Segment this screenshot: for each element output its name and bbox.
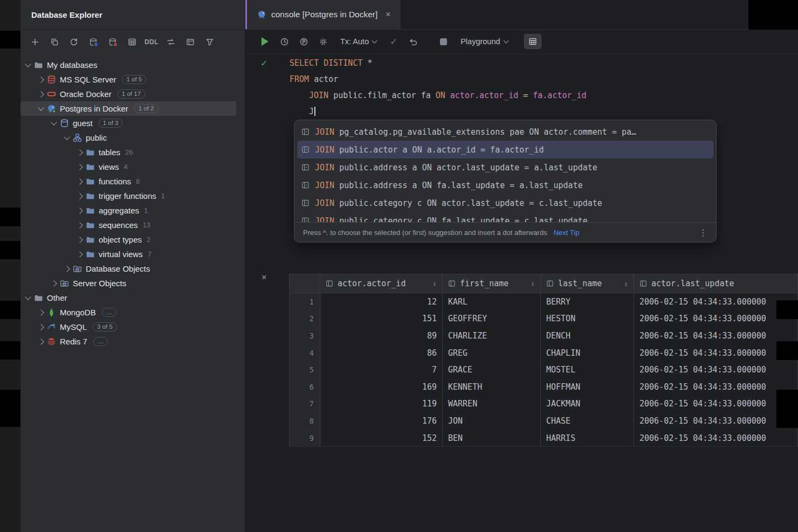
cell-first-name[interactable]: WARREN bbox=[443, 396, 541, 413]
sidebar-item-tables[interactable]: tables 26 bbox=[20, 145, 245, 160]
chevron-right-icon[interactable] bbox=[77, 237, 82, 243]
tx-mode-dropdown[interactable]: Tx: Auto bbox=[340, 37, 376, 46]
chevron-down-icon[interactable] bbox=[38, 105, 44, 110]
sql-editor[interactable]: ✓ SELECT DISTINCT* FROMactor JOINpublic.… bbox=[245, 54, 798, 532]
add-button[interactable] bbox=[27, 35, 43, 49]
chevron-down-icon[interactable] bbox=[51, 119, 57, 125]
row-number[interactable]: 8 bbox=[290, 412, 320, 430]
sidebar-item-views[interactable]: views 4 bbox=[20, 160, 245, 174]
row-number[interactable]: 7 bbox=[290, 396, 320, 413]
rollback-button[interactable] bbox=[404, 34, 422, 49]
chevron-right-icon[interactable] bbox=[77, 222, 82, 228]
completion-item[interactable]: JOIN public.category c ON actor.last_upd… bbox=[297, 194, 713, 212]
completion-item[interactable]: JOIN pg_catalog.pg_available_extensions … bbox=[297, 123, 713, 141]
chevron-right-icon[interactable] bbox=[38, 338, 44, 344]
cell-last-update[interactable]: 2006-02-15 04:34:33.000000 bbox=[634, 378, 798, 396]
cell-last-name[interactable]: MOSTEL bbox=[541, 361, 634, 378]
row-number[interactable]: 1 bbox=[290, 293, 320, 310]
ddl-button[interactable]: DDL bbox=[143, 35, 160, 49]
query-console-button[interactable] bbox=[105, 35, 121, 49]
chevron-right-icon[interactable] bbox=[38, 324, 44, 330]
sidebar-item-trigger-functions[interactable]: trigger functions 1 bbox=[20, 189, 245, 203]
cell-last-name[interactable]: HESTON bbox=[541, 310, 634, 328]
cell-actor-id[interactable]: 169 bbox=[320, 378, 443, 396]
cell-actor-id[interactable]: 152 bbox=[320, 430, 443, 447]
sort-icon[interactable]: ↕ bbox=[432, 280, 437, 288]
chevron-down-icon[interactable] bbox=[25, 294, 31, 300]
refresh-button[interactable] bbox=[66, 35, 82, 49]
sidebar-item-database-objects[interactable]: Database Objects bbox=[20, 261, 245, 276]
cell-actor-id[interactable]: 86 bbox=[320, 344, 443, 362]
cell-actor-id[interactable]: 151 bbox=[320, 310, 443, 328]
chevron-right-icon[interactable] bbox=[51, 280, 57, 286]
chevron-right-icon[interactable] bbox=[64, 266, 70, 272]
row-number[interactable]: 6 bbox=[290, 378, 320, 396]
cell-first-name[interactable]: JON bbox=[443, 412, 541, 430]
sidebar-item-guest[interactable]: guest 1 of 3 bbox=[20, 116, 245, 130]
completion-item[interactable]: JOIN public.address a ON actor.last_upda… bbox=[297, 158, 713, 176]
explain-plan-button[interactable] bbox=[295, 34, 312, 49]
table-view-button[interactable] bbox=[124, 35, 140, 49]
cell-last-name[interactable]: JACKMAN bbox=[541, 396, 634, 413]
sort-icon[interactable]: ↕ bbox=[531, 280, 535, 288]
sidebar-item-other[interactable]: Other bbox=[20, 291, 245, 305]
open-in-window-button[interactable] bbox=[182, 35, 198, 49]
row-number[interactable]: 3 bbox=[290, 327, 320, 344]
sidebar-item-object-types[interactable]: object types 2 bbox=[20, 232, 245, 247]
cell-actor-id[interactable]: 7 bbox=[320, 361, 443, 378]
cell-last-update[interactable]: 2006-02-15 04:34:33.000000 bbox=[634, 412, 798, 430]
sidebar-item-postgres-in-docker[interactable]: Postgres in Docker 1 of 2 bbox=[20, 101, 236, 116]
cell-first-name[interactable]: KENNETH bbox=[443, 378, 541, 396]
cell-last-name[interactable]: HARRIS bbox=[541, 430, 634, 447]
completion-item[interactable]: JOIN public.address a ON fa.last_update … bbox=[297, 176, 713, 194]
sort-icon[interactable]: ↕ bbox=[624, 280, 628, 288]
settings-button[interactable] bbox=[314, 34, 332, 49]
kebab-menu-icon[interactable]: ⋮ bbox=[699, 227, 707, 238]
completion-item[interactable]: JOIN public.category c ON fa.last_update… bbox=[297, 212, 713, 222]
history-button[interactable] bbox=[276, 34, 293, 49]
tab-console-postgres[interactable]: console [Postgres in Docker] × bbox=[245, 0, 401, 29]
close-icon[interactable]: × bbox=[386, 10, 390, 19]
sidebar-item-server-objects[interactable]: Server Objects bbox=[20, 276, 245, 291]
close-results-icon[interactable]: ✕ bbox=[262, 272, 267, 282]
cell-last-update[interactable]: 2006-02-15 04:34:33.000000 bbox=[634, 310, 798, 328]
column-header-last-update[interactable]: actor.last_update bbox=[634, 274, 798, 293]
sidebar-item-redis-7[interactable]: Redis 7 … bbox=[20, 334, 245, 349]
cell-first-name[interactable]: CHARLIZE bbox=[443, 327, 541, 344]
sidebar-item-public[interactable]: public bbox=[20, 130, 245, 145]
cell-last-update[interactable]: 2006-02-15 04:34:33.000000 bbox=[634, 293, 798, 310]
stop-button[interactable] bbox=[435, 34, 452, 49]
playground-dropdown[interactable]: Playground bbox=[460, 37, 507, 46]
row-number[interactable]: 9 bbox=[290, 430, 320, 447]
sidebar-item-my-databases[interactable]: My databases bbox=[20, 58, 245, 72]
cell-last-update[interactable]: 2006-02-15 04:34:33.000000 bbox=[634, 344, 798, 362]
chevron-right-icon[interactable] bbox=[38, 77, 44, 82]
commit-button[interactable]: ✓ bbox=[385, 34, 402, 49]
chevron-right-icon[interactable] bbox=[77, 208, 82, 213]
cell-last-update[interactable]: 2006-02-15 04:34:33.000000 bbox=[634, 327, 798, 344]
chevron-right-icon[interactable] bbox=[77, 178, 82, 184]
sidebar-item-ms-sql-server[interactable]: MS SQL Server 1 of 5 bbox=[20, 72, 245, 87]
cell-first-name[interactable]: BEN bbox=[443, 430, 541, 447]
cell-actor-id[interactable]: 176 bbox=[320, 412, 443, 430]
sidebar-item-functions[interactable]: functions 8 bbox=[20, 174, 245, 189]
chevron-right-icon[interactable] bbox=[77, 164, 82, 170]
cell-actor-id[interactable]: 89 bbox=[320, 327, 443, 344]
row-number[interactable]: 5 bbox=[290, 361, 320, 378]
filter-button[interactable] bbox=[202, 35, 218, 49]
data-source-properties-button[interactable] bbox=[85, 35, 101, 49]
sidebar-item-aggregates[interactable]: aggregates 1 bbox=[20, 203, 245, 218]
cell-last-update[interactable]: 2006-02-15 04:34:33.000000 bbox=[634, 361, 798, 378]
cell-last-update[interactable]: 2006-02-15 04:34:33.000000 bbox=[634, 396, 798, 413]
cell-last-name[interactable]: HOFFMAN bbox=[541, 378, 634, 396]
run-button[interactable] bbox=[256, 34, 273, 49]
sidebar-item-virtual-views[interactable]: virtual views 7 bbox=[20, 247, 245, 261]
compare-button[interactable] bbox=[163, 35, 179, 49]
chevron-right-icon[interactable] bbox=[77, 193, 82, 199]
completion-item-selected[interactable]: JOIN public.actor a ON a.actor_id = fa.a… bbox=[297, 141, 713, 158]
cell-first-name[interactable]: KARL bbox=[443, 293, 541, 310]
column-header-last-name[interactable]: last_name ↕ bbox=[541, 274, 634, 293]
next-tip-link[interactable]: Next Tip bbox=[554, 229, 580, 237]
cell-last-name[interactable]: CHASE bbox=[541, 412, 634, 430]
sidebar-item-oracle-docker[interactable]: Oracle Docker 1 of 17 bbox=[20, 87, 245, 101]
